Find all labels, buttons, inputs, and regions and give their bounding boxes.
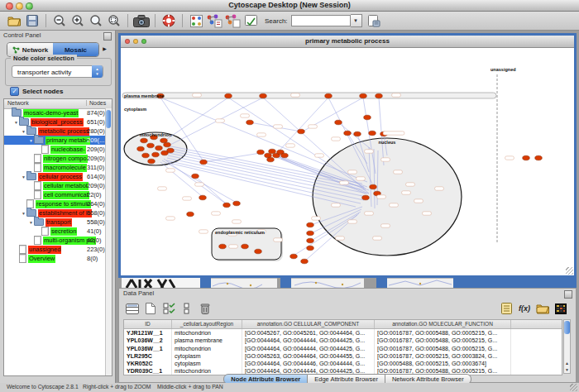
node-label-pill[interactable] <box>365 150 374 153</box>
graph-node[interactable] <box>335 120 342 125</box>
node-label-pill[interactable] <box>423 212 432 215</box>
graph-node[interactable] <box>301 259 309 264</box>
graph-node[interactable] <box>137 146 145 151</box>
node-label-pill[interactable] <box>377 195 386 198</box>
node-label-pill[interactable] <box>193 93 202 97</box>
expander-icon[interactable]: ▼ <box>21 211 26 216</box>
open-file-icon[interactable] <box>5 12 23 29</box>
function-builder-icon[interactable]: f(x) <box>516 301 533 316</box>
graph-node[interactable] <box>160 138 168 143</box>
tree-row[interactable]: cellular metabol209(0) <box>4 181 112 190</box>
merge-networks-icon[interactable] <box>205 12 223 29</box>
node-label-pill[interactable] <box>356 177 366 180</box>
node-label-pill[interactable] <box>216 119 225 122</box>
float-data-panel-icon[interactable] <box>564 290 572 299</box>
tree-row[interactable]: multi-organism pro42(0) <box>4 236 112 245</box>
graph-node[interactable] <box>223 203 231 208</box>
tree-scrollbar-thumb[interactable] <box>106 110 111 128</box>
node-label-pill[interactable] <box>286 144 295 147</box>
node-label-pill[interactable] <box>381 224 390 227</box>
graph-node[interactable] <box>535 155 543 160</box>
node-label-pill[interactable] <box>312 217 321 220</box>
close-view-button[interactable] <box>125 39 130 44</box>
node-label-pill[interactable] <box>232 220 242 223</box>
tab-node-attribute-browser[interactable]: Node Attribute Browser <box>223 374 308 383</box>
region-nucleus[interactable] <box>313 138 462 256</box>
node-label-pill[interactable] <box>381 158 390 161</box>
graph-node[interactable] <box>370 184 377 189</box>
node-label-pill[interactable] <box>166 169 175 172</box>
graph-node[interactable] <box>242 244 249 249</box>
graph-node[interactable] <box>376 93 383 98</box>
tree-row[interactable]: ▼primary metabo209(... <box>4 136 112 145</box>
unselect-attributes-icon[interactable] <box>179 301 195 316</box>
table-scrollbar[interactable]: ▲ ▼ <box>563 319 571 374</box>
node-label-pill[interactable] <box>332 203 341 207</box>
node-label-pill[interactable] <box>392 93 401 97</box>
node-label-pill[interactable] <box>390 203 399 207</box>
node-label-pill[interactable] <box>291 93 300 97</box>
edge[interactable] <box>195 176 227 204</box>
node-label-pill[interactable] <box>394 170 403 174</box>
node-label-pill[interactable] <box>348 220 357 223</box>
tree-row[interactable]: ▼establishment of lo558(0) <box>4 208 112 218</box>
search-settings-icon[interactable] <box>366 12 384 29</box>
tree-row[interactable]: nitrogen compo209(0) <box>4 154 112 163</box>
node-label-pill[interactable] <box>406 183 415 186</box>
node-label-pill[interactable] <box>309 125 318 128</box>
network-window-titlebar[interactable]: primary metabolic process <box>121 36 574 48</box>
node-label-pill[interactable] <box>229 245 238 248</box>
graph-node[interactable] <box>360 93 367 98</box>
expander-icon[interactable]: ▼ <box>28 220 34 225</box>
network-canvas[interactable]: plasma membranecytoplasmmitochondrionnuc… <box>121 48 574 275</box>
graph-node[interactable] <box>246 120 254 125</box>
node-label-pill[interactable] <box>505 156 514 160</box>
graph-node[interactable] <box>233 201 241 206</box>
attribute-editor-icon[interactable] <box>498 301 514 316</box>
select-attributes-icon[interactable] <box>124 301 141 316</box>
help-lifering-icon[interactable] <box>160 12 178 29</box>
graph-node[interactable] <box>147 143 155 148</box>
node-label-pill[interactable] <box>402 191 411 194</box>
node-label-pill[interactable] <box>365 212 374 215</box>
snapshot-camera-icon[interactable] <box>132 12 151 29</box>
overview-grid-icon[interactable] <box>187 12 205 29</box>
scroll-down-icon[interactable]: ▼ <box>564 367 570 373</box>
node-label-pill[interactable] <box>212 212 221 215</box>
delete-attribute-icon[interactable] <box>197 301 213 316</box>
table-row[interactable]: YPL036W__2plasma membrane[GO:0044464, GO… <box>124 337 562 344</box>
graph-node[interactable] <box>164 142 171 147</box>
node-label-pill[interactable] <box>383 131 404 135</box>
expander-icon[interactable]: ▼ <box>21 129 26 134</box>
column-header[interactable]: annotation.GO MOLECULAR_FUNCTION <box>375 320 511 328</box>
minimize-view-button[interactable] <box>133 39 138 44</box>
edge[interactable] <box>228 98 366 189</box>
zoom-fit-content-icon[interactable] <box>105 12 123 29</box>
node-label-pill[interactable] <box>373 237 382 240</box>
edge[interactable] <box>276 98 328 154</box>
zoom-view-button[interactable] <box>141 39 146 44</box>
table-row[interactable]: YJR121W__1mitochondrion[GO:0045267, GO:0… <box>124 329 562 337</box>
graph-node[interactable] <box>148 159 156 164</box>
graph-node[interactable] <box>219 244 227 249</box>
tree-row[interactable]: Overview8(0) <box>4 254 112 263</box>
node-label-pill[interactable] <box>336 237 345 240</box>
tree-row[interactable]: ▼biological_process651(0) <box>4 117 112 127</box>
graph-node[interactable] <box>281 153 289 158</box>
table-scrollbar-thumb[interactable] <box>564 321 570 334</box>
tree-row[interactable]: secretion41(0) <box>4 227 112 236</box>
zoom-selected-region-icon[interactable] <box>87 12 105 29</box>
graph-node[interactable] <box>187 212 194 217</box>
tree-row[interactable]: ▼cellular process614(0) <box>4 172 112 181</box>
tree-row[interactable]: response to stimulu264(0) <box>4 199 112 208</box>
node-label-pill[interactable] <box>158 187 167 190</box>
node-color-dropdown[interactable]: transporter activity ▲▼ <box>12 65 103 78</box>
graph-node[interactable] <box>298 129 305 134</box>
graph-node[interactable] <box>290 254 298 259</box>
graph-node[interactable] <box>269 149 276 154</box>
tab-edge-attribute-browser[interactable]: Edge Attribute Browser <box>308 374 385 383</box>
node-label-pill[interactable] <box>414 199 423 203</box>
table-row[interactable]: YLR295Ccytoplasm[GO:0045263, GO:0044464,… <box>124 352 562 360</box>
create-attribute-icon[interactable] <box>142 301 159 316</box>
node-label-pill[interactable] <box>241 114 250 117</box>
